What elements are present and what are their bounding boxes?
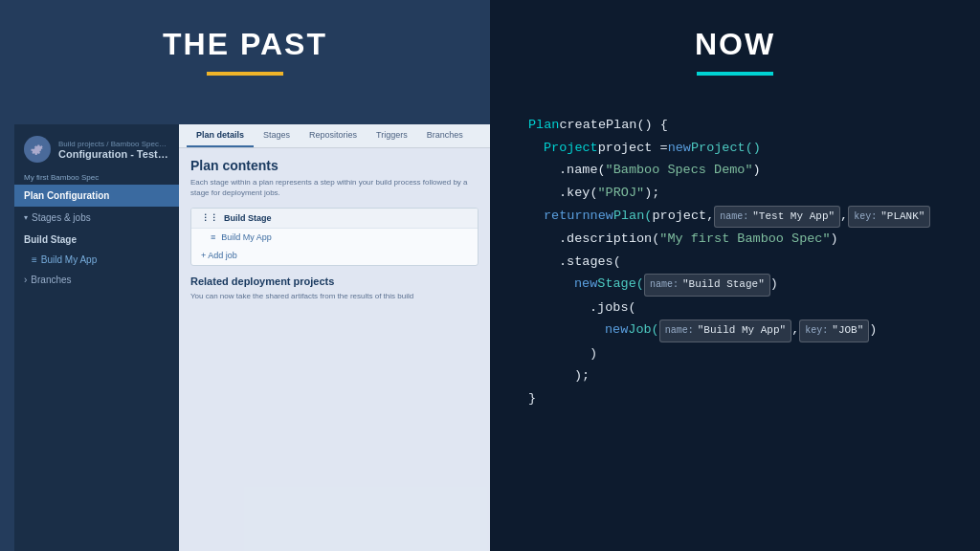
now-title: NOW <box>490 27 980 62</box>
code-type-project: Project <box>544 137 598 160</box>
related-title: Related deployment projects <box>190 276 479 287</box>
stage-block-build: ⋮⋮ Build Stage ≡ Build My App + Add job <box>190 208 479 266</box>
sidebar-item-branches[interactable]: › Branches <box>14 269 179 291</box>
tab-plan-details[interactable]: Plan details <box>187 124 254 147</box>
bamboo-tabs: Plan details Stages Repositories Trigger… <box>179 124 490 148</box>
code-key-val: "PROJ" <box>598 182 645 205</box>
pill-job-key-label: key: <box>805 322 828 340</box>
tab-triggers[interactable]: Triggers <box>367 124 417 147</box>
pill-name-value: "Test My App" <box>752 208 835 226</box>
code-line-4: .key( "PROJ" ); <box>528 182 951 205</box>
past-title: THE PAST <box>0 27 490 62</box>
code-new-kw: new <box>668 137 691 160</box>
stage-job-build-my-app[interactable]: ≡ Build My App <box>191 228 478 246</box>
bamboo-ui-mockup: Build projects / Bamboo Specs Demo / Tes… <box>14 124 490 551</box>
related-desc: You can now take the shared artifacts fr… <box>190 291 479 301</box>
code-project-arg: project, <box>652 205 714 228</box>
code-line-12: ); <box>528 364 951 387</box>
config-title: Configuration - Test My App <box>58 148 169 160</box>
tab-stages[interactable]: Stages <box>254 124 300 147</box>
bamboo-sidebar: Build projects / Bamboo Specs Demo / Tes… <box>14 124 179 551</box>
code-var: project = <box>598 137 668 160</box>
code-stages-call: .stages( <box>559 251 621 274</box>
bamboo-content: Plan contents Each stage within a plan r… <box>179 148 490 551</box>
code-line-7: .stages( <box>528 251 951 274</box>
code-name-val: "Bamboo Specs Demo" <box>606 159 753 182</box>
code-line-8: new Stage( name: "Build Stage" ) <box>528 273 951 296</box>
gear-icon <box>24 136 51 163</box>
sidebar-item-stages-jobs[interactable]: ▾ Stages & jobs <box>14 207 179 229</box>
code-stage-close: ) <box>770 273 778 296</box>
code-jobs-call: .jobs( <box>590 297 636 320</box>
pill-job-name-label: name: <box>665 322 694 340</box>
sidebar-title-block: Build projects / Bamboo Specs Demo / Tes… <box>58 140 169 160</box>
code-desc-call: .description( <box>559 228 659 251</box>
code-line-11: ) <box>528 342 951 365</box>
code-paren-close: ) <box>590 342 597 365</box>
code-semicolon: ); <box>574 364 590 387</box>
right-panel: NOW Plan createPlan() { Project project … <box>490 0 980 551</box>
list-icon: ≡ <box>32 254 37 265</box>
related-section: Related deployment projects You can now … <box>190 276 479 301</box>
caret-icon: ▾ <box>24 213 28 222</box>
pill-job-name-value: "Build My App" <box>698 321 786 340</box>
code-key-close: ); <box>644 182 659 205</box>
code-new-stage-kw: new <box>574 273 597 296</box>
list-icon2: ≡ <box>211 232 215 242</box>
tab-repositories[interactable]: Repositories <box>300 124 367 147</box>
code-project-cls: Project() <box>691 137 761 160</box>
code-line-9: .jobs( <box>528 297 951 320</box>
pill-key-value: "PLANK" <box>880 208 924 226</box>
code-pill-job-key: key: "JOB" <box>799 320 869 342</box>
code-desc-close: ) <box>831 228 838 251</box>
sidebar-top: Build projects / Bamboo Specs Demo / Tes… <box>14 128 179 170</box>
code-keyword-plan: Plan <box>528 114 559 137</box>
spec-label: My first Bamboo Spec <box>14 170 179 185</box>
code-block: Plan createPlan() { Project project = ne… <box>490 85 980 429</box>
code-pill-name: name: "Test My App" <box>714 206 840 228</box>
pill-stage-label: name: <box>650 276 679 294</box>
sidebar-item-plan-configuration[interactable]: Plan Configuration <box>14 185 179 207</box>
code-new-kw2: new <box>590 205 613 228</box>
code-new-job-kw: new <box>605 319 628 342</box>
code-line-3: .name( "Bamboo Specs Demo" ) <box>528 159 951 182</box>
bamboo-main: Plan details Stages Repositories Trigger… <box>179 124 490 551</box>
pill-key-label: key: <box>854 209 877 226</box>
stage-header: ⋮⋮ Build Stage <box>191 209 478 228</box>
code-pill-stage-name: name: "Build Stage" <box>644 274 770 296</box>
sidebar-item-build-my-app[interactable]: ≡ Build My App <box>14 251 179 269</box>
past-underline <box>207 72 283 76</box>
now-underline <box>697 72 773 76</box>
code-line-5: return new Plan( project, name: "Test My… <box>528 205 951 228</box>
past-title-area: THE PAST <box>0 0 490 76</box>
sidebar-item-build-stage[interactable]: Build Stage <box>14 229 179 251</box>
code-key-call: .key( <box>559 182 598 205</box>
code-name-close: ) <box>753 159 761 182</box>
code-line-2: Project project = new Project() <box>528 137 951 160</box>
caret-icon-branches: › <box>24 275 27 285</box>
code-comma2: , <box>791 319 799 342</box>
code-job-cls: Job( <box>628 319 658 342</box>
add-job-button[interactable]: + Add job <box>191 246 478 265</box>
code-return-kw: return <box>544 205 590 228</box>
drag-icon: ⋮⋮ <box>201 213 218 223</box>
tab-branches[interactable]: Branches <box>417 124 473 147</box>
pill-name-label: name: <box>720 209 748 226</box>
code-closing-brace: } <box>528 387 536 410</box>
code-job-close: ) <box>869 319 877 342</box>
now-title-area: NOW <box>490 0 980 76</box>
pill-stage-value: "Build Stage" <box>682 276 765 294</box>
code-method: createPlan() { <box>559 114 667 137</box>
plan-contents-desc: Each stage within a plan represents a st… <box>190 177 479 198</box>
code-line-10: new Job( name: "Build My App" , key: "JO… <box>528 319 951 342</box>
left-panel: THE PAST Build projects / Bamboo Specs D… <box>0 0 490 551</box>
code-stage-cls: Stage( <box>597 273 644 296</box>
code-plan-cls: Plan( <box>613 205 653 228</box>
code-desc-val: "My first Bamboo Spec" <box>659 228 830 251</box>
plan-contents-title: Plan contents <box>190 158 479 173</box>
pill-job-key-value: "JOB" <box>832 321 863 340</box>
breadcrumb: Build projects / Bamboo Specs Demo / Tes… <box>58 140 169 148</box>
code-line-13: } <box>528 387 951 410</box>
code-line-1: Plan createPlan() { <box>528 114 951 137</box>
code-name-call: .name( <box>559 159 606 182</box>
